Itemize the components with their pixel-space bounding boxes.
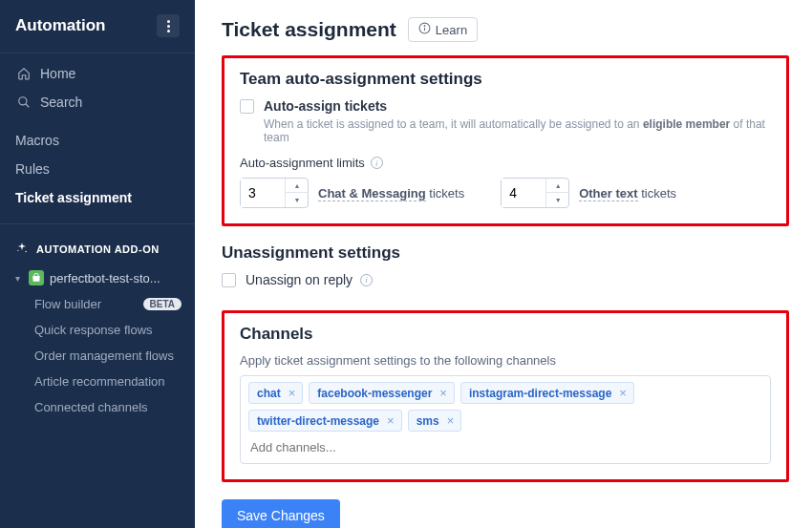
svg-point-1 [167, 25, 170, 28]
page-title: Ticket assignment [222, 18, 396, 41]
search-icon [15, 95, 32, 109]
svg-point-5 [25, 251, 26, 252]
chat-limit-label: Chat & Messaging tickets [318, 186, 464, 201]
channel-tag: chat× [248, 382, 303, 404]
other-limit-up[interactable]: ▲ [546, 179, 569, 193]
nav-macros[interactable]: Macros [0, 126, 195, 155]
remove-tag-icon[interactable]: × [286, 386, 299, 400]
channels-title: Channels [240, 325, 771, 344]
nav-ticket-assignment[interactable]: Ticket assignment [0, 183, 195, 212]
beta-badge: BETA [143, 298, 182, 310]
chat-limit-input[interactable] [241, 179, 285, 207]
limits-label: Auto-assignment limits i [240, 156, 771, 170]
kebab-icon [167, 20, 170, 32]
subnav-flow-builder[interactable]: Flow builder BETA [34, 291, 195, 317]
subnav-connected-channels[interactable]: Connected channels [34, 394, 195, 420]
remove-tag-icon[interactable]: × [616, 386, 630, 400]
nav-home[interactable]: Home [0, 59, 195, 88]
addon-header: AUTOMATION ADD-ON [0, 230, 195, 264]
team-section-title: Team auto-assignment settings [240, 70, 771, 89]
channel-tag-label: facebook-messenger [317, 387, 432, 400]
channels-tag-input[interactable]: chat×facebook-messenger×instagram-direct… [240, 375, 771, 464]
learn-button[interactable]: Learn [408, 17, 478, 42]
svg-line-4 [26, 104, 30, 108]
svg-point-3 [19, 97, 27, 105]
save-changes-button[interactable]: Save Changes [222, 499, 340, 528]
learn-label: Learn [436, 23, 467, 37]
channel-tag-label: sms [417, 414, 439, 428]
chat-limit-up[interactable]: ▲ [286, 179, 309, 193]
sidebar-menu-button[interactable] [157, 14, 180, 37]
caret-down-icon: ▾ [15, 273, 25, 284]
info-icon [418, 22, 431, 37]
other-limit-down[interactable]: ▼ [546, 193, 569, 207]
auto-assign-help: When a ticket is assigned to a team, it … [264, 117, 771, 144]
info-icon[interactable]: i [360, 274, 373, 286]
nav-home-label: Home [40, 66, 75, 81]
store-name: perfectbot-test-sto... [50, 271, 160, 285]
sparkle-icon [15, 242, 29, 257]
unassignment-section: Unassignment settings Unassign on reply … [222, 243, 789, 305]
chat-limit-down[interactable]: ▼ [286, 193, 309, 207]
sidebar-title: Automation [15, 16, 105, 35]
channels-add-input[interactable] [248, 437, 762, 459]
svg-point-6 [17, 250, 18, 251]
channel-tag: instagram-direct-message× [460, 382, 634, 404]
info-icon[interactable]: i [371, 157, 383, 169]
team-auto-assignment-section: Team auto-assignment settings Auto-assig… [222, 55, 789, 226]
other-limit-input[interactable] [502, 179, 545, 207]
channels-description: Apply ticket assignment settings to the … [240, 353, 771, 368]
nav-rules[interactable]: Rules [0, 155, 195, 183]
subnav-article-rec[interactable]: Article recommendation [34, 369, 195, 394]
limit-chat-group: ▲▼ Chat & Messaging tickets [240, 178, 464, 208]
subnav-order-mgmt[interactable]: Order management flows [34, 343, 195, 369]
limit-other-group: ▲▼ Other text tickets [501, 178, 676, 208]
channel-tag: sms× [408, 410, 462, 432]
subnav-quick-response[interactable]: Quick response flows [34, 317, 195, 343]
channels-section: Channels Apply ticket assignment setting… [222, 310, 789, 482]
remove-tag-icon[interactable]: × [384, 413, 397, 428]
channel-tag: twitter-direct-message× [248, 410, 402, 432]
shopify-bag-icon [29, 270, 44, 285]
channel-tag: facebook-messenger× [309, 382, 455, 404]
channel-tag-label: chat [257, 387, 281, 400]
svg-point-0 [167, 20, 170, 23]
unassignment-title: Unassignment settings [222, 243, 789, 263]
addon-label: AUTOMATION ADD-ON [36, 243, 160, 255]
unassign-label: Unassign on reply [246, 272, 353, 287]
channel-tag-label: instagram-direct-message [469, 387, 611, 400]
other-limit-label: Other text tickets [579, 186, 676, 201]
channel-tag-label: twitter-direct-message [257, 414, 379, 428]
store-item[interactable]: ▾ perfectbot-test-sto... [0, 264, 195, 291]
auto-assign-checkbox[interactable] [240, 99, 254, 114]
auto-assign-label: Auto-assign tickets [264, 98, 387, 114]
remove-tag-icon[interactable]: × [437, 386, 450, 400]
nav-search-label: Search [40, 95, 82, 110]
nav-search[interactable]: Search [0, 88, 195, 116]
remove-tag-icon[interactable]: × [444, 413, 458, 428]
sidebar: Automation Home Search Macros Rules Tick… [0, 0, 195, 528]
svg-point-2 [167, 30, 170, 32]
unassign-checkbox[interactable] [222, 273, 236, 287]
home-icon [15, 67, 32, 80]
svg-point-9 [424, 26, 425, 27]
main-content: Ticket assignment Learn Team auto-assign… [195, 0, 812, 528]
